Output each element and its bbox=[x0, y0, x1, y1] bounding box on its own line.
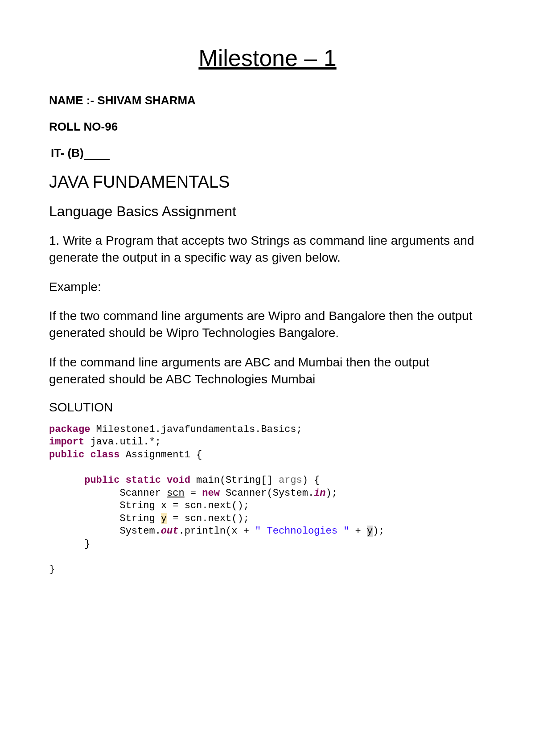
system-in: in bbox=[314, 488, 325, 499]
keyword-static: static bbox=[126, 475, 161, 486]
keyword-import: import bbox=[49, 436, 84, 448]
y-line-2: = scn.next(); bbox=[167, 513, 249, 524]
keyword-package: package bbox=[49, 424, 90, 435]
out-line-3: + bbox=[349, 526, 367, 537]
document-title: Milestone – 1 bbox=[49, 45, 486, 71]
close-brace-1: } bbox=[49, 538, 90, 550]
out-line-4: ); bbox=[373, 526, 384, 537]
y-line-1: String bbox=[49, 513, 161, 524]
y-end-var: y bbox=[367, 526, 373, 537]
y-var: y bbox=[161, 513, 167, 524]
example-label: Example: bbox=[49, 279, 486, 296]
system-out: out bbox=[161, 526, 179, 537]
scn-var: scn bbox=[167, 488, 185, 499]
example-para-2: If the command line arguments are ABC an… bbox=[49, 354, 486, 388]
scanner-line-3: Scanner(System. bbox=[220, 488, 314, 499]
course-heading: JAVA FUNDAMENTALS bbox=[49, 173, 486, 192]
solution-label: SOLUTION bbox=[49, 400, 486, 415]
out-line-1: System. bbox=[49, 526, 161, 537]
string-literal: " Technologies " bbox=[255, 526, 349, 537]
name-line: NAME :- SHIVAM SHARMA bbox=[49, 94, 486, 107]
code-block: package Milestone1.javafundamentals.Basi… bbox=[49, 423, 486, 576]
keyword-new: new bbox=[202, 488, 220, 499]
main-sig-2: ) { bbox=[302, 475, 320, 486]
out-line-2: .println(x + bbox=[178, 526, 255, 537]
keyword-public: public bbox=[49, 449, 84, 460]
scanner-line-2: = bbox=[185, 488, 202, 499]
keyword-void: void bbox=[167, 475, 190, 486]
example-para-1: If the two command line arguments are Wi… bbox=[49, 308, 486, 341]
section-line: IT- (B) bbox=[51, 146, 486, 160]
question-text: 1. Write a Program that accepts two Stri… bbox=[49, 232, 486, 266]
scanner-line-4: ); bbox=[326, 488, 337, 499]
class-name: Assignment1 { bbox=[119, 449, 202, 460]
x-line: String x = scn.next(); bbox=[49, 500, 249, 511]
main-sig-1: main(String[] bbox=[190, 475, 279, 486]
keyword-class: class bbox=[90, 449, 119, 460]
assignment-heading: Language Basics Assignment bbox=[49, 203, 486, 220]
section-prefix: IT- (B) bbox=[51, 146, 84, 160]
keyword-public-2: public bbox=[84, 475, 119, 486]
import-name: java.util.*; bbox=[84, 436, 161, 448]
section-blank bbox=[84, 159, 110, 160]
args-param: args bbox=[279, 475, 302, 486]
package-name: Milestone1.javafundamentals.Basics; bbox=[90, 424, 302, 435]
close-brace-2: } bbox=[49, 564, 55, 575]
roll-line: ROLL NO-96 bbox=[49, 120, 486, 134]
scanner-line-1: Scanner bbox=[49, 488, 167, 499]
